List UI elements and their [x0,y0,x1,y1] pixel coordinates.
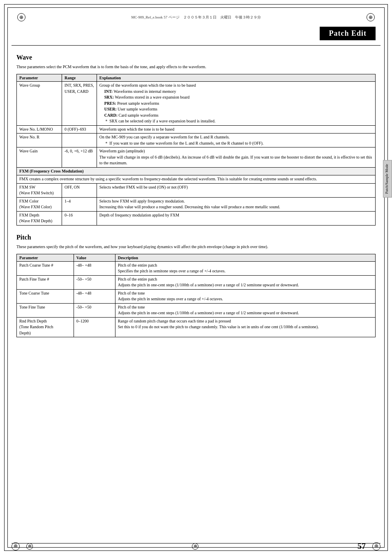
page-number: 57 [357,541,366,551]
footer-corner-mark-l: ⊕ [12,542,20,550]
footer-center: ⊕ [192,543,198,550]
footer-right: 57 ⊕ [357,541,380,551]
corner-mark-tr: ⊕ [367,13,375,21]
page-border-inner [7,7,385,548]
side-tab: Patch/Sample Mode [383,160,392,198]
footer-crosshair-l: ⊕ [26,543,33,550]
footer: ⊕ ⊕ ⊕ 57 ⊕ [12,540,380,551]
footer-corner-mark-r: ⊕ [372,542,380,550]
footer-crosshair-c: ⊕ [192,543,198,550]
page-title: Patch Edit [320,27,376,40]
header-meta: MC-909_Ref_e.book 57 ページ ２００５年３月１日 火曜日 午… [131,15,261,20]
corner-mark-tl: ⊕ [17,13,25,21]
page-header: ⊕ MC-909_Ref_e.book 57 ページ ２００５年３月１日 火曜日… [0,0,392,45]
footer-left: ⊕ ⊕ [12,542,33,550]
